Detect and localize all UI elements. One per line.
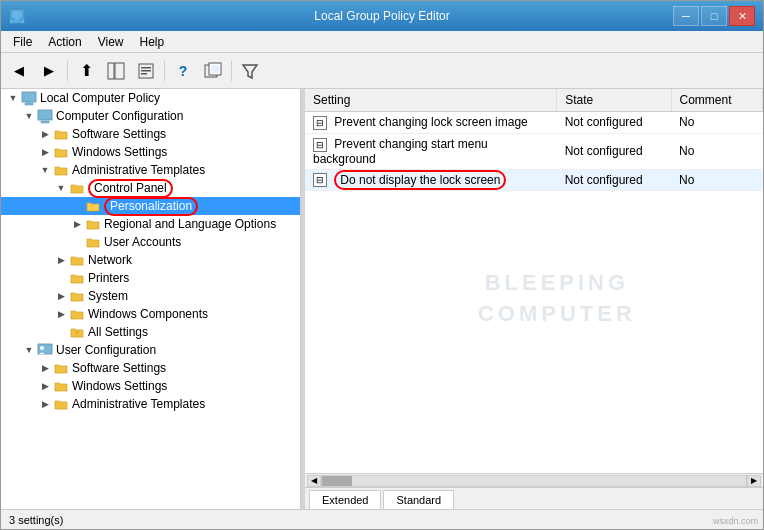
svg-rect-17 — [41, 121, 49, 123]
tree-node-user-administrative-templates[interactable]: ▶ Administrative Templates — [1, 395, 300, 413]
tree-node-user-software-settings[interactable]: ▶ Software Settings — [1, 359, 300, 377]
new-window-button[interactable] — [199, 58, 227, 84]
toggle-windows-settings[interactable]: ▶ — [37, 144, 53, 160]
tab-standard[interactable]: Standard — [383, 490, 454, 509]
tree-node-system[interactable]: ▶ System — [1, 287, 300, 305]
toggle-computer-configuration[interactable]: ▼ — [21, 108, 37, 124]
svg-rect-14 — [25, 103, 33, 105]
toggle-user-windows-settings[interactable]: ▶ — [37, 378, 53, 394]
tree-node-user-accounts[interactable]: User Accounts — [1, 233, 300, 251]
toggle-control-panel[interactable]: ▼ — [53, 180, 69, 196]
toggle-network[interactable]: ▶ — [53, 252, 69, 268]
toggle-printers — [53, 270, 69, 286]
horizontal-scrollbar[interactable]: ◀ ▶ — [305, 473, 763, 487]
scroll-right-button[interactable]: ▶ — [747, 475, 761, 487]
svg-rect-11 — [211, 65, 219, 73]
folder-icon-regional — [85, 216, 101, 232]
tree-label-control-panel: Control Panel — [88, 179, 173, 198]
app-icon — [9, 8, 25, 24]
tree-node-windows-components[interactable]: ▶ Windows Components — [1, 305, 300, 323]
folder-icon-system — [69, 288, 85, 304]
close-button[interactable]: ✕ — [729, 6, 755, 26]
toggle-all-settings — [53, 324, 69, 340]
filter-button[interactable] — [236, 58, 264, 84]
svg-rect-3 — [108, 63, 114, 79]
tree-node-local-computer-policy[interactable]: ▼ Local Computer Policy — [1, 89, 300, 107]
toggle-user-accounts — [69, 234, 85, 250]
setting-state-0: Not configured — [557, 112, 671, 134]
tree-node-user-windows-settings[interactable]: ▶ Windows Settings — [1, 377, 300, 395]
tree-node-personalization[interactable]: Personalization — [1, 197, 300, 215]
setting-comment-2: No — [671, 169, 763, 191]
tree-node-software-settings[interactable]: ▶ Software Settings — [1, 125, 300, 143]
menu-view[interactable]: View — [90, 33, 132, 51]
settings-table: Setting State Comment ⊟ Prevent changing… — [305, 89, 763, 191]
toggle-software-settings[interactable]: ▶ — [37, 126, 53, 142]
scroll-thumb[interactable] — [322, 476, 352, 486]
tree-label-user-software-settings: Software Settings — [72, 361, 166, 375]
folder-icon-user-software — [53, 360, 69, 376]
toggle-windows-components[interactable]: ▶ — [53, 306, 69, 322]
toggle-user-configuration[interactable]: ▼ — [21, 342, 37, 358]
back-button[interactable]: ◀ — [5, 58, 33, 84]
toggle-regional-language[interactable]: ▶ — [69, 216, 85, 232]
main-content: ▼ Local Computer Policy ▼ — [1, 89, 763, 509]
svg-marker-12 — [243, 65, 257, 78]
setting-name-1: ⊟ Prevent changing start menu background — [305, 133, 557, 169]
tree-node-computer-configuration[interactable]: ▼ Computer Configuration — [1, 107, 300, 125]
toggle-local-computer-policy[interactable]: ▼ — [5, 90, 21, 106]
title-bar-left — [9, 8, 25, 24]
tree-node-windows-settings[interactable]: ▶ Windows Settings — [1, 143, 300, 161]
tab-extended[interactable]: Extended — [309, 490, 381, 509]
table-row[interactable]: ⊟ Prevent changing lock screen image Not… — [305, 112, 763, 134]
minimize-button[interactable]: ─ — [673, 6, 699, 26]
folder-icon-user-windows — [53, 378, 69, 394]
tree-node-network[interactable]: ▶ Network — [1, 251, 300, 269]
maximize-button[interactable]: □ — [701, 6, 727, 26]
toggle-administrative-templates[interactable]: ▼ — [37, 162, 53, 178]
scroll-track[interactable] — [321, 475, 747, 487]
tree-node-user-configuration[interactable]: ▼ User Configuration — [1, 341, 300, 359]
tree-node-printers[interactable]: Printers — [1, 269, 300, 287]
up-button[interactable]: ⬆ — [72, 58, 100, 84]
table-row[interactable]: ⊟ Prevent changing start menu background… — [305, 133, 763, 169]
folder-icon-windows-components — [69, 306, 85, 322]
right-panel: BLEEPING COMPUTER Setting State Comment — [305, 89, 763, 509]
tree-label-network: Network — [88, 253, 132, 267]
menu-file[interactable]: File — [5, 33, 40, 51]
tree-node-administrative-templates[interactable]: ▼ Administrative Templates — [1, 161, 300, 179]
table-row-highlighted[interactable]: ⊟ Do not display the lock screen Not con… — [305, 169, 763, 191]
separator-3 — [231, 61, 232, 81]
circled-setting: Do not display the lock screen — [334, 170, 506, 190]
help-button[interactable]: ? — [169, 58, 197, 84]
forward-button[interactable]: ▶ — [35, 58, 63, 84]
svg-text:≡: ≡ — [75, 329, 79, 336]
tree-label-personalization: Personalization — [104, 197, 198, 216]
tree-label-windows-components: Windows Components — [88, 307, 208, 321]
toggle-system[interactable]: ▶ — [53, 288, 69, 304]
show-hide-tree-button[interactable] — [102, 58, 130, 84]
svg-rect-19 — [38, 344, 52, 354]
tree-label-system: System — [88, 289, 128, 303]
setting-state-1: Not configured — [557, 133, 671, 169]
computer-icon — [21, 90, 37, 106]
properties-button[interactable] — [132, 58, 160, 84]
tree-label-printers: Printers — [88, 271, 129, 285]
tree-node-all-settings[interactable]: ≡ All Settings — [1, 323, 300, 341]
svg-rect-7 — [141, 70, 151, 72]
scroll-left-button[interactable]: ◀ — [307, 475, 321, 487]
tree-node-regional-language[interactable]: ▶ Regional and Language Options — [1, 215, 300, 233]
toggle-user-software-settings[interactable]: ▶ — [37, 360, 53, 376]
folder-icon-control-panel — [69, 180, 85, 196]
tree-label-computer-configuration: Computer Configuration — [56, 109, 183, 123]
main-window: Local Group Policy Editor ─ □ ✕ File Act… — [0, 0, 764, 530]
menu-action[interactable]: Action — [40, 33, 89, 51]
tree-node-control-panel[interactable]: ▼ Control Panel — [1, 179, 300, 197]
separator-1 — [67, 61, 68, 81]
setting-comment-1: No — [671, 133, 763, 169]
setting-icon-1: ⊟ — [313, 138, 327, 152]
col-header-state: State — [557, 89, 671, 112]
menu-help[interactable]: Help — [132, 33, 173, 51]
toggle-user-admin-templates[interactable]: ▶ — [37, 396, 53, 412]
setting-comment-0: No — [671, 112, 763, 134]
